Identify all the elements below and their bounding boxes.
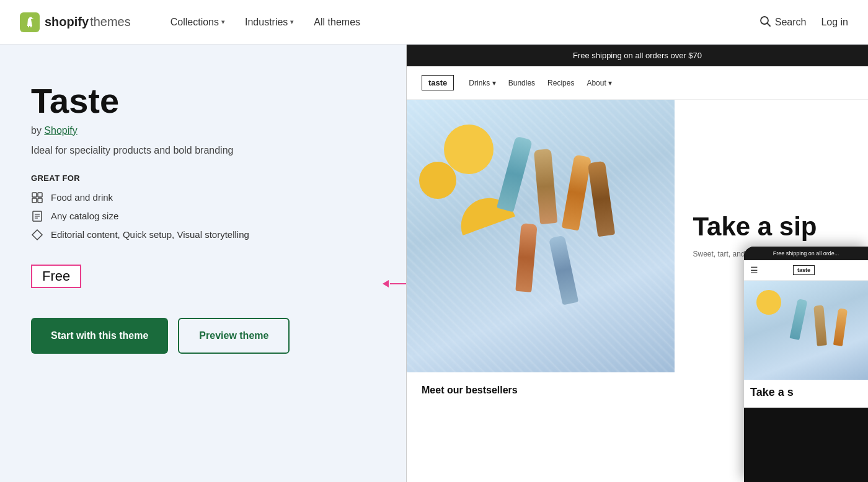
preview-hero-image — [407, 100, 675, 372]
svg-rect-5 — [32, 193, 37, 197]
mobile-preview: Free shipping on all orde... ☰ taste Tak… — [744, 247, 868, 482]
feature-food-drink-text: Food and drink — [51, 192, 113, 203]
preview-theme-button[interactable]: Preview theme — [178, 318, 290, 354]
svg-rect-7 — [32, 198, 37, 203]
shopify-bag-icon — [20, 12, 40, 32]
main-content: Taste by Shopify Ideal for speciality pr… — [0, 45, 868, 482]
preview-announcement-bar: Free shipping on all orders over $70 — [407, 45, 868, 66]
mobile-lemon — [756, 290, 781, 315]
price-badge: Free — [31, 265, 81, 288]
great-for-label: GREAT FOR — [31, 173, 375, 183]
theme-preview-panel: Free shipping on all orders over $70 tas… — [406, 45, 868, 482]
search-button[interactable]: Search — [759, 15, 807, 30]
theme-author: by Shopify — [31, 125, 375, 136]
logo[interactable]: shopifythemes — [20, 12, 131, 32]
mobile-nav-bar: ☰ taste — [744, 260, 868, 281]
lemon-decoration-1 — [444, 125, 494, 174]
mobile-bottle-b — [813, 305, 827, 346]
mobile-bottle-a — [789, 299, 807, 340]
search-icon — [759, 15, 771, 30]
svg-point-1 — [28, 25, 29, 27]
feature-editorial: Editorial content, Quick setup, Visual s… — [31, 229, 375, 241]
mobile-hero-title: Take a s — [750, 386, 862, 399]
arrow-line — [390, 283, 407, 284]
feature-editorial-text: Editorial content, Quick setup, Visual s… — [51, 229, 249, 240]
preview-nav-links: Drinks ▾ Bundles Recipes About ▾ — [469, 79, 612, 87]
nav-item-collections[interactable]: Collections ▾ — [161, 12, 235, 33]
preview-hero-title: Take a sip — [693, 213, 849, 241]
feature-food-drink: Food and drink — [31, 191, 375, 204]
grid-icon — [31, 191, 43, 204]
start-theme-button[interactable]: Start with this theme — [31, 318, 168, 354]
svg-rect-6 — [38, 193, 42, 197]
preview-logo: taste — [422, 75, 454, 90]
book-icon — [31, 210, 43, 222]
logo-text: shopifythemes — [45, 15, 131, 29]
header: shopifythemes Collections ▾ Industries ▾… — [0, 0, 868, 45]
preview-nav-drinks: Drinks ▾ — [469, 79, 495, 87]
mobile-logo: taste — [793, 265, 815, 275]
theme-author-link[interactable]: Shopify — [44, 125, 77, 136]
lemon-decoration-2 — [419, 162, 456, 199]
svg-marker-13 — [32, 230, 42, 240]
nav-item-industries[interactable]: Industries ▾ — [235, 12, 304, 33]
price-arrow — [383, 280, 407, 287]
chevron-down-icon: ▾ — [221, 18, 225, 26]
preview-nav-about: About ▾ — [587, 79, 612, 87]
theme-tagline: Ideal for speciality products and bold b… — [31, 145, 375, 156]
main-nav: Collections ▾ Industries ▾ All themes — [161, 12, 759, 33]
theme-title: Taste — [31, 82, 375, 120]
diamond-icon — [31, 229, 43, 241]
cta-buttons: Start with this theme Preview theme — [31, 318, 375, 354]
mobile-announcement-bar: Free shipping on all orde... — [744, 247, 868, 260]
feature-catalog: Any catalog size — [31, 210, 375, 222]
hamburger-icon: ☰ — [750, 265, 758, 275]
svg-point-2 — [30, 25, 32, 27]
theme-info-panel: Taste by Shopify Ideal for speciality pr… — [0, 45, 406, 482]
features-list: Food and drink Any catalog size Editoria… — [31, 191, 375, 247]
feature-catalog-text: Any catalog size — [51, 211, 118, 221]
svg-line-4 — [767, 23, 770, 26]
mobile-hero-image — [744, 281, 868, 380]
mobile-bottle-c — [833, 308, 848, 346]
preview-nav-recipes: Recipes — [547, 79, 574, 87]
chevron-down-icon: ▾ — [290, 18, 294, 26]
mobile-hero-text: Take a s — [744, 380, 868, 408]
lemon-scene — [407, 100, 675, 372]
nav-item-all-themes[interactable]: All themes — [304, 12, 370, 33]
header-right: Search Log in — [759, 15, 848, 30]
preview-nav: taste Drinks ▾ Bundles Recipes About ▾ — [407, 66, 868, 100]
price-wrapper: Free — [31, 265, 375, 303]
svg-rect-8 — [38, 198, 42, 203]
login-button[interactable]: Log in — [821, 17, 848, 28]
arrow-head-icon — [383, 280, 389, 287]
preview-nav-bundles: Bundles — [508, 79, 535, 87]
